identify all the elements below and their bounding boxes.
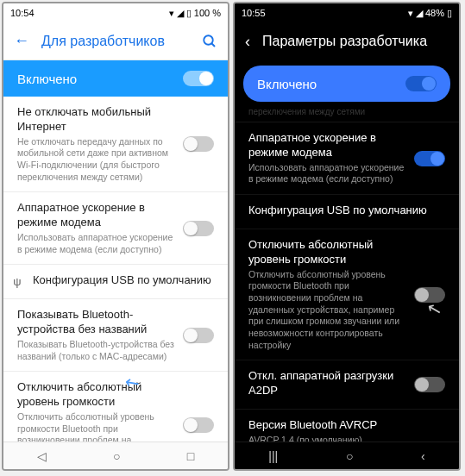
item-title: Показывать Bluetooth-устройства без назв… [17,308,174,337]
list-item[interactable]: Аппаратное ускорение в режиме модема Исп… [3,192,228,265]
battery-text: 48% [425,8,444,18]
battery-icon: ▯ [447,8,452,19]
wifi-icon: ▾ [169,8,174,19]
status-time: 10:54 [10,8,35,18]
enabled-bar[interactable]: Включено [243,66,450,102]
item-title: Версия Bluetooth AVRCP [248,418,445,433]
item-subtitle: Показывать Bluetooth-устройства без назв… [17,339,174,362]
nav-home-icon[interactable]: ○ [346,449,353,463]
appbar: ← Для разработчиков [3,22,228,60]
status-icons: ▾ ◢ ▯ 100 % [169,8,221,19]
list-item[interactable]: Отключить абсолютный уровень громкости О… [3,372,228,442]
nav-back-icon[interactable]: ‹ [421,449,425,463]
back-icon[interactable]: ‹ [245,33,250,51]
list-item[interactable]: Версия Bluetooth AVRCP AVRCP 1.4 (по умо… [235,410,459,442]
item-title: Отключить абсолютный уровень громкости [17,380,174,410]
toggle[interactable] [183,328,214,343]
nav-home-icon[interactable]: ○ [113,449,120,463]
master-toggle[interactable] [405,76,437,91]
phone-dark: 10:55 ▾ ◢ 48% ▯ ‹ Параметры разработчика… [233,2,461,471]
back-icon[interactable]: ← [14,32,29,50]
nav-recent-icon[interactable]: ||| [268,449,278,463]
svg-line-1 [211,43,215,47]
toggle[interactable] [183,136,214,152]
signal-icon: ◢ [416,8,423,19]
item-title: Конфигурация USB по умолчанию [248,204,445,218]
item-subtitle: Не отключать передачу данных по мобильно… [17,136,174,184]
toggle[interactable] [414,287,445,303]
toggle[interactable] [183,417,214,433]
enabled-bar[interactable]: Включено [3,60,228,97]
list-item-usb-config[interactable]: ψ Конфигурация USB по умолчанию [3,265,228,299]
item-subtitle: Отключить абсолютный уровень громкости B… [248,269,405,351]
list-item-usb-config[interactable]: Конфигурация USB по умолчанию [235,195,459,229]
battery-text: 100 % [194,8,221,18]
settings-list[interactable]: Не отключать мобильный Интернет Не отклю… [3,97,228,442]
appbar: ‹ Параметры разработчика [235,22,459,60]
item-title: Аппаратное ускорение в режиме модема [248,131,405,160]
wifi-icon: ▾ [408,8,413,19]
list-item[interactable]: Отключить абсолютный уровень громкости О… [235,229,459,360]
list-item[interactable]: Показывать Bluetooth-устройства без назв… [3,299,228,372]
toggle[interactable] [414,377,445,392]
master-toggle[interactable] [183,71,214,86]
item-subtitle: Использовать аппаратное ускорение в режи… [17,232,174,255]
item-title: Конфигурация USB по умолчанию [33,273,214,288]
item-title: Отключить абсолютный уровень громкости [248,238,405,267]
nav-back-icon[interactable]: ◁ [37,449,47,463]
navbar: ||| ○ ‹ [235,442,459,469]
status-time: 10:55 [242,8,266,18]
usb-icon: ψ [10,275,24,288]
toggle[interactable] [183,221,214,236]
status-icons: ▾ ◢ 48% ▯ [408,8,452,19]
item-subtitle: AVRCP 1.4 (по умолчанию) [248,435,445,442]
toggle[interactable] [414,151,445,166]
list-item[interactable]: Аппаратное ускорение в режиме модема Исп… [235,122,459,195]
item-title: Аппаратное ускорение в режиме модема [17,201,174,230]
search-icon[interactable] [202,34,217,49]
signal-icon: ◢ [177,8,184,19]
list-item[interactable]: Не отключать мобильный Интернет Не отклю… [3,97,228,192]
settings-list[interactable]: переключения между сетями Аппаратное уск… [235,107,459,442]
svg-point-0 [204,35,213,45]
appbar-title: Параметры разработчика [262,34,449,49]
appbar-title: Для разработчиков [41,34,190,49]
enabled-label: Включено [17,72,77,86]
list-item[interactable]: Откл. аппаратной разгрузки A2DP [235,360,459,410]
partial-text: переключения между сетями [235,107,459,122]
statusbar: 10:55 ▾ ◢ 48% ▯ [235,3,459,22]
navbar: ◁ ○ □ [3,442,228,469]
battery-icon: ▯ [186,8,192,19]
enabled-label: Включено [257,77,317,91]
phone-light: 10:54 ▾ ◢ ▯ 100 % ← Для разработчиков Вк… [2,2,229,471]
nav-recent-icon[interactable]: □ [187,449,194,463]
item-subtitle: Использовать аппаратное ускорение в режи… [248,162,405,185]
item-title: Откл. аппаратной разгрузки A2DP [248,369,405,398]
statusbar: 10:54 ▾ ◢ ▯ 100 % [3,3,228,22]
item-title: Не отключать мобильный Интернет [17,105,174,135]
item-subtitle: Отключить абсолютный уровень громкости B… [17,411,174,442]
